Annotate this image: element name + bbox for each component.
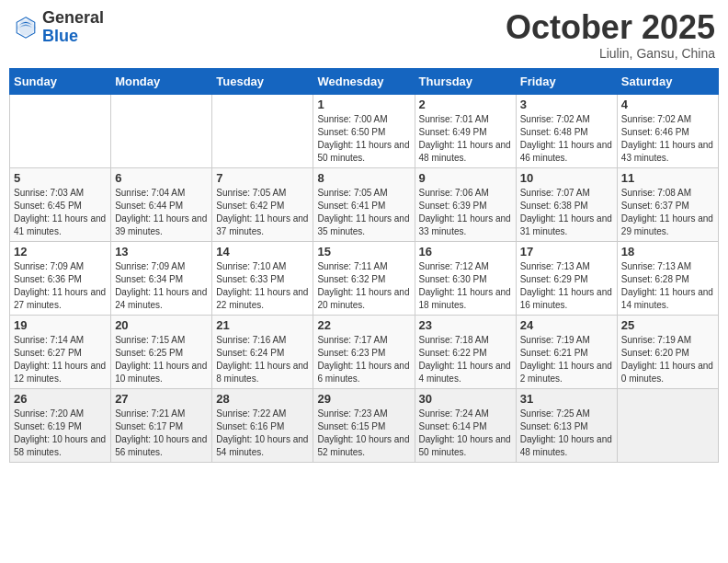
day-cell: 29Sunrise: 7:23 AMSunset: 6:15 PMDayligh… xyxy=(313,388,415,462)
day-cell: 1Sunrise: 7:00 AMSunset: 6:50 PMDaylight… xyxy=(313,94,415,167)
day-info: Sunrise: 7:09 AMSunset: 6:34 PMDaylight:… xyxy=(115,260,208,312)
day-info: Sunrise: 7:10 AMSunset: 6:33 PMDaylight:… xyxy=(216,260,309,312)
page-header: General Blue October 2025 Liulin, Gansu,… xyxy=(9,9,719,61)
day-header-wednesday: Wednesday xyxy=(313,68,415,94)
week-row-3: 12Sunrise: 7:09 AMSunset: 6:36 PMDayligh… xyxy=(10,241,719,315)
day-info: Sunrise: 7:09 AMSunset: 6:36 PMDaylight:… xyxy=(14,260,107,312)
day-info: Sunrise: 7:23 AMSunset: 6:15 PMDaylight:… xyxy=(317,408,410,459)
day-number: 29 xyxy=(317,392,410,406)
day-info: Sunrise: 7:05 AMSunset: 6:41 PMDaylight:… xyxy=(317,187,410,238)
day-cell: 19Sunrise: 7:14 AMSunset: 6:27 PMDayligh… xyxy=(10,315,111,388)
day-number: 22 xyxy=(317,318,410,332)
day-cell: 27Sunrise: 7:21 AMSunset: 6:17 PMDayligh… xyxy=(111,388,212,462)
day-info: Sunrise: 7:05 AMSunset: 6:42 PMDaylight:… xyxy=(216,187,309,238)
day-info: Sunrise: 7:02 AMSunset: 6:48 PMDaylight:… xyxy=(520,113,613,165)
day-info: Sunrise: 7:01 AMSunset: 6:49 PMDaylight:… xyxy=(419,113,512,165)
day-cell: 30Sunrise: 7:24 AMSunset: 6:14 PMDayligh… xyxy=(415,388,516,462)
month-title: October 2025 xyxy=(506,9,715,46)
day-number: 5 xyxy=(14,171,107,185)
logo: General Blue xyxy=(13,9,104,46)
day-info: Sunrise: 7:13 AMSunset: 6:29 PMDaylight:… xyxy=(520,260,613,312)
day-info: Sunrise: 7:06 AMSunset: 6:39 PMDaylight:… xyxy=(419,187,512,238)
day-cell: 14Sunrise: 7:10 AMSunset: 6:33 PMDayligh… xyxy=(212,241,313,315)
day-number: 4 xyxy=(621,98,714,111)
day-info: Sunrise: 7:21 AMSunset: 6:17 PMDaylight:… xyxy=(115,408,208,459)
day-number: 12 xyxy=(14,245,107,259)
header-row: SundayMondayTuesdayWednesdayThursdayFrid… xyxy=(10,68,719,94)
week-row-2: 5Sunrise: 7:03 AMSunset: 6:45 PMDaylight… xyxy=(10,167,719,241)
day-cell: 17Sunrise: 7:13 AMSunset: 6:29 PMDayligh… xyxy=(516,241,617,315)
day-number: 24 xyxy=(520,318,613,332)
day-header-sunday: Sunday xyxy=(10,68,111,94)
day-cell: 16Sunrise: 7:12 AMSunset: 6:30 PMDayligh… xyxy=(415,241,516,315)
day-number: 18 xyxy=(621,245,714,259)
day-number: 13 xyxy=(115,245,208,259)
day-number: 20 xyxy=(115,318,208,332)
day-info: Sunrise: 7:02 AMSunset: 6:46 PMDaylight:… xyxy=(621,113,714,165)
day-number: 16 xyxy=(419,245,512,259)
day-info: Sunrise: 7:11 AMSunset: 6:32 PMDaylight:… xyxy=(317,260,410,312)
day-cell: 21Sunrise: 7:16 AMSunset: 6:24 PMDayligh… xyxy=(212,315,313,388)
day-info: Sunrise: 7:19 AMSunset: 6:20 PMDaylight:… xyxy=(621,334,714,385)
day-number: 10 xyxy=(520,171,613,185)
day-info: Sunrise: 7:20 AMSunset: 6:19 PMDaylight:… xyxy=(14,408,107,459)
day-info: Sunrise: 7:16 AMSunset: 6:24 PMDaylight:… xyxy=(216,334,309,385)
day-cell: 5Sunrise: 7:03 AMSunset: 6:45 PMDaylight… xyxy=(10,167,111,241)
day-cell: 3Sunrise: 7:02 AMSunset: 6:48 PMDaylight… xyxy=(516,94,617,167)
day-cell: 8Sunrise: 7:05 AMSunset: 6:41 PMDaylight… xyxy=(313,167,415,241)
day-header-saturday: Saturday xyxy=(617,68,718,94)
logo-text: General Blue xyxy=(42,9,104,46)
day-cell: 31Sunrise: 7:25 AMSunset: 6:13 PMDayligh… xyxy=(516,388,617,462)
day-header-monday: Monday xyxy=(111,68,212,94)
day-info: Sunrise: 7:12 AMSunset: 6:30 PMDaylight:… xyxy=(419,260,512,312)
day-number: 23 xyxy=(419,318,512,332)
day-cell xyxy=(10,94,111,167)
day-cell: 7Sunrise: 7:05 AMSunset: 6:42 PMDaylight… xyxy=(212,167,313,241)
day-number: 21 xyxy=(216,318,309,332)
day-cell: 15Sunrise: 7:11 AMSunset: 6:32 PMDayligh… xyxy=(313,241,415,315)
day-info: Sunrise: 7:19 AMSunset: 6:21 PMDaylight:… xyxy=(520,334,613,385)
logo-icon xyxy=(13,15,39,40)
day-info: Sunrise: 7:04 AMSunset: 6:44 PMDaylight:… xyxy=(115,187,208,238)
day-number: 7 xyxy=(216,171,309,185)
day-cell: 18Sunrise: 7:13 AMSunset: 6:28 PMDayligh… xyxy=(617,241,718,315)
week-row-4: 19Sunrise: 7:14 AMSunset: 6:27 PMDayligh… xyxy=(10,315,719,388)
day-info: Sunrise: 7:14 AMSunset: 6:27 PMDaylight:… xyxy=(14,334,107,385)
day-info: Sunrise: 7:22 AMSunset: 6:16 PMDaylight:… xyxy=(216,408,309,459)
day-cell: 12Sunrise: 7:09 AMSunset: 6:36 PMDayligh… xyxy=(10,241,111,315)
day-number: 6 xyxy=(115,171,208,185)
day-cell: 2Sunrise: 7:01 AMSunset: 6:49 PMDaylight… xyxy=(415,94,516,167)
day-info: Sunrise: 7:17 AMSunset: 6:23 PMDaylight:… xyxy=(317,334,410,385)
day-number: 30 xyxy=(419,392,512,406)
day-number: 8 xyxy=(317,171,410,185)
day-cell: 24Sunrise: 7:19 AMSunset: 6:21 PMDayligh… xyxy=(516,315,617,388)
day-info: Sunrise: 7:13 AMSunset: 6:28 PMDaylight:… xyxy=(621,260,714,312)
day-number: 27 xyxy=(115,392,208,406)
day-cell: 6Sunrise: 7:04 AMSunset: 6:44 PMDaylight… xyxy=(111,167,212,241)
day-info: Sunrise: 7:00 AMSunset: 6:50 PMDaylight:… xyxy=(317,113,410,165)
day-number: 15 xyxy=(317,245,410,259)
day-header-friday: Friday xyxy=(516,68,617,94)
day-cell: 20Sunrise: 7:15 AMSunset: 6:25 PMDayligh… xyxy=(111,315,212,388)
day-info: Sunrise: 7:25 AMSunset: 6:13 PMDaylight:… xyxy=(520,408,613,459)
day-info: Sunrise: 7:15 AMSunset: 6:25 PMDaylight:… xyxy=(115,334,208,385)
day-number: 3 xyxy=(520,98,613,111)
day-info: Sunrise: 7:03 AMSunset: 6:45 PMDaylight:… xyxy=(14,187,107,238)
day-cell xyxy=(617,388,718,462)
day-number: 14 xyxy=(216,245,309,259)
day-number: 9 xyxy=(419,171,512,185)
day-cell: 25Sunrise: 7:19 AMSunset: 6:20 PMDayligh… xyxy=(617,315,718,388)
day-cell xyxy=(212,94,313,167)
logo-general: General xyxy=(42,8,104,27)
week-row-5: 26Sunrise: 7:20 AMSunset: 6:19 PMDayligh… xyxy=(10,388,719,462)
day-cell: 26Sunrise: 7:20 AMSunset: 6:19 PMDayligh… xyxy=(10,388,111,462)
day-cell: 10Sunrise: 7:07 AMSunset: 6:38 PMDayligh… xyxy=(516,167,617,241)
day-cell: 22Sunrise: 7:17 AMSunset: 6:23 PMDayligh… xyxy=(313,315,415,388)
day-number: 2 xyxy=(419,98,512,111)
day-number: 19 xyxy=(14,318,107,332)
day-cell: 13Sunrise: 7:09 AMSunset: 6:34 PMDayligh… xyxy=(111,241,212,315)
week-row-1: 1Sunrise: 7:00 AMSunset: 6:50 PMDaylight… xyxy=(10,94,719,167)
day-cell: 4Sunrise: 7:02 AMSunset: 6:46 PMDaylight… xyxy=(617,94,718,167)
location: Liulin, Gansu, China xyxy=(506,46,715,61)
day-cell: 11Sunrise: 7:08 AMSunset: 6:37 PMDayligh… xyxy=(617,167,718,241)
